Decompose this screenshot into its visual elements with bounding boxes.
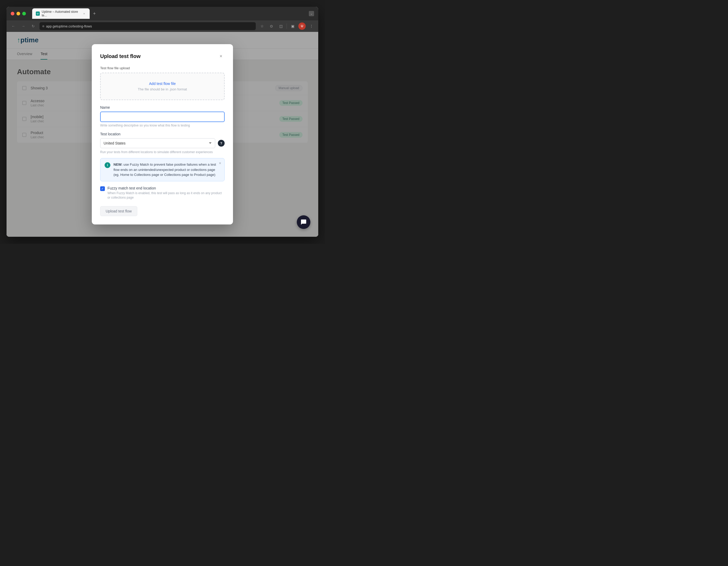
banner-close-button[interactable]: × bbox=[219, 161, 221, 166]
file-upload-section: Test flow file upload Add test flow file… bbox=[100, 66, 225, 100]
browser-more-button[interactable]: ⌄ bbox=[309, 11, 314, 16]
reload-button[interactable]: ↻ bbox=[30, 22, 37, 30]
file-upload-section-label: Test flow file upload bbox=[100, 66, 225, 70]
modal-overlay[interactable]: Upload test flow × Test flow file upload… bbox=[7, 32, 318, 237]
traffic-lights bbox=[11, 12, 26, 15]
tab-title: Uptime – Automated store te... bbox=[42, 10, 80, 17]
location-help-icon[interactable]: ? bbox=[218, 140, 225, 147]
upload-test-flow-button[interactable]: Upload test flow bbox=[100, 206, 137, 216]
address-bar[interactable]: ⊕ app.getuptime.co/testing-flows bbox=[39, 22, 256, 30]
menu-icon[interactable]: ⋮ bbox=[308, 22, 315, 30]
location-hint: Run your tests from different locations … bbox=[100, 150, 225, 154]
browser-window: U Uptime – Automated store te... × + ⌄ ←… bbox=[7, 7, 318, 237]
name-field-label: Name bbox=[100, 105, 225, 110]
fuzzy-match-label: Fuzzy match test end location bbox=[107, 186, 225, 190]
info-icon: i bbox=[105, 162, 110, 168]
browser-tab-bar: U Uptime – Automated store te... × + bbox=[32, 8, 302, 19]
chat-icon bbox=[300, 219, 307, 225]
tab-favicon-icon: U bbox=[36, 12, 40, 16]
info-banner-text: NEW: use Fuzzy Match to prevent false po… bbox=[113, 162, 220, 178]
close-window-button[interactable] bbox=[11, 12, 14, 15]
chat-fab-button[interactable] bbox=[297, 215, 310, 229]
info-banner-body-text: use Fuzzy Match to prevent false positiv… bbox=[113, 163, 216, 177]
upload-modal: Upload test flow × Test flow file upload… bbox=[92, 44, 233, 224]
location-select[interactable]: United States Europe Asia Australia bbox=[100, 138, 215, 148]
new-tab-button[interactable]: + bbox=[91, 10, 98, 17]
minimize-window-button[interactable] bbox=[16, 12, 20, 15]
address-url: app.getuptime.co/testing-flows bbox=[46, 24, 92, 28]
info-banner-bold-text: NEW: bbox=[113, 163, 122, 167]
name-input[interactable] bbox=[100, 112, 225, 122]
fuzzy-match-hint: When Fuzzy Match is enabled, this test w… bbox=[107, 191, 225, 200]
browser-nav-actions: ☆ ⊙ ◫ ▣ U ⋮ bbox=[258, 22, 315, 30]
modal-close-button[interactable]: × bbox=[217, 53, 225, 60]
page-content: ↑ptime Overview Test Automate Showing 3 … bbox=[7, 32, 318, 237]
profile-icon[interactable]: U bbox=[298, 22, 306, 30]
add-test-flow-file-link[interactable]: Add test flow file bbox=[106, 82, 219, 86]
modal-title: Upload test flow bbox=[100, 53, 140, 59]
fuzzy-match-row: ✓ Fuzzy match test end location When Fuz… bbox=[100, 186, 225, 200]
extension-icon[interactable]: ⊙ bbox=[268, 22, 275, 30]
fuzzy-match-checkbox[interactable]: ✓ bbox=[100, 186, 105, 191]
bookmark-icon[interactable]: ☆ bbox=[258, 22, 266, 30]
name-field-hint: Write something descriptive so you know … bbox=[100, 124, 225, 127]
fuzzy-match-content: Fuzzy match test end location When Fuzzy… bbox=[107, 186, 225, 200]
tab-close-button[interactable]: × bbox=[82, 12, 86, 16]
extensions-icon[interactable]: ◫ bbox=[277, 22, 285, 30]
back-button[interactable]: ← bbox=[10, 22, 17, 30]
modal-header: Upload test flow × bbox=[100, 53, 225, 60]
forward-button[interactable]: → bbox=[20, 22, 27, 30]
location-section: Test location United States Europe Asia … bbox=[100, 132, 225, 154]
location-row: United States Europe Asia Australia ? bbox=[100, 138, 225, 148]
file-upload-dropzone[interactable]: Add test flow file The file should be in… bbox=[100, 73, 225, 100]
location-field-label: Test location bbox=[100, 132, 225, 136]
browser-titlebar: U Uptime – Automated store te... × + ⌄ bbox=[7, 7, 318, 20]
security-lock-icon: ⊕ bbox=[42, 25, 44, 28]
maximize-window-button[interactable] bbox=[22, 12, 26, 15]
browser-navbar: ← → ↻ ⊕ app.getuptime.co/testing-flows ☆… bbox=[7, 20, 318, 32]
sidebar-icon[interactable]: ▣ bbox=[289, 22, 296, 30]
info-banner: i NEW: use Fuzzy Match to prevent false … bbox=[100, 158, 225, 181]
active-browser-tab[interactable]: U Uptime – Automated store te... × bbox=[32, 8, 90, 19]
file-format-hint: The file should be in .json format bbox=[106, 87, 219, 91]
name-section: Name Write something descriptive so you … bbox=[100, 105, 225, 127]
